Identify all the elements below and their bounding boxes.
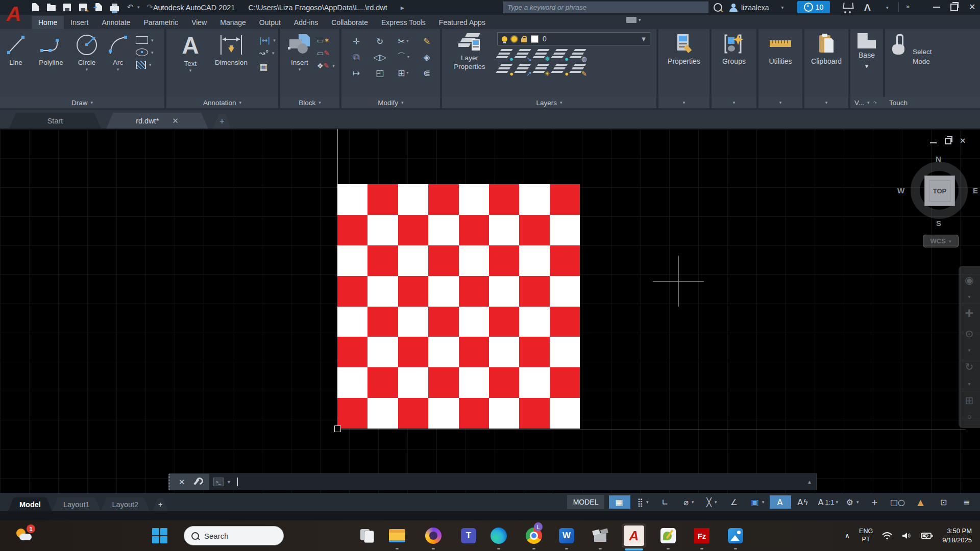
annotation-monitor-button[interactable]: + [865, 495, 886, 509]
annotation-scale-button[interactable]: A1:1▾ [816, 495, 840, 509]
ribbon-tab[interactable]: Express Tools [375, 16, 432, 29]
navbar-collapse-icon[interactable]: ⊖ [967, 414, 971, 420]
arc-dropdown[interactable]: ▾ [117, 68, 119, 71]
layer-freeze-icon[interactable]: ❄ [534, 48, 549, 60]
ribbon-display-toggle[interactable]: ▾ [626, 17, 641, 26]
model-space-button[interactable]: MODEL [567, 495, 605, 509]
offset-tool-icon[interactable]: ⋐ [415, 65, 438, 81]
autocad-app-menu-logo[interactable]: A [2, 0, 26, 28]
insert-block-button[interactable]: Insert ▾ [283, 33, 316, 71]
polar-tracking-toggle[interactable]: ⌀▾ [678, 495, 699, 509]
volume-icon[interactable] [901, 532, 912, 540]
snap-mode-toggle[interactable]: ⣿▾ [632, 495, 653, 509]
text-dropdown[interactable]: ▾ [189, 69, 192, 72]
license-days-button[interactable]: 10 [797, 1, 830, 13]
graphics-performance-button[interactable]: ▲ [911, 495, 932, 509]
notepad-plus-button[interactable] [658, 525, 678, 546]
isolate-objects-button[interactable]: □○ [888, 495, 909, 509]
block-panel-footer[interactable]: Block▾ [280, 97, 339, 108]
new-layout-button[interactable]: + [153, 498, 168, 511]
command-history-expand-icon[interactable]: ▲ [807, 479, 812, 485]
leader-button[interactable]: ↝°▾ [259, 49, 276, 57]
window-minimize-button[interactable] [933, 7, 940, 8]
viewport-close-icon[interactable]: ✕ [960, 136, 966, 145]
close-file-tab-icon[interactable]: ✕ [172, 116, 179, 126]
layer-match-icon[interactable]: ✎ [571, 63, 586, 75]
base-dropdown[interactable]: ▾ [865, 62, 868, 70]
edit-block-button[interactable]: ▭✎ [317, 49, 335, 57]
arc-button[interactable]: Arc ▾ [103, 33, 133, 71]
modify-panel-footer[interactable]: Modify▾ [341, 97, 440, 108]
table-button[interactable]: ▦ [259, 62, 276, 72]
window-close-button[interactable]: ✕ [969, 2, 975, 12]
layer-lock-icon[interactable]: ● [552, 48, 568, 60]
ribbon-tab[interactable]: Output [253, 16, 287, 29]
teams-button[interactable]: T [458, 525, 479, 546]
viewport-restore-icon[interactable] [945, 138, 951, 144]
insert-dropdown[interactable]: ▾ [299, 68, 301, 71]
scale-tool-icon[interactable]: ◰ [368, 65, 391, 81]
autocad-taskbar-button[interactable]: A [622, 523, 646, 548]
language-switcher[interactable]: ENGPT [859, 528, 873, 543]
undo-dropdown[interactable]: ▾ [137, 5, 140, 10]
explode-tool-icon[interactable]: ◈ [415, 49, 438, 65]
zoom-dropdown[interactable]: ▾ [968, 347, 970, 353]
circle-dropdown[interactable]: ▾ [86, 68, 88, 71]
file-tab-start[interactable]: Start [9, 113, 101, 129]
annotation-panel-footer[interactable]: Annotation▾ [166, 97, 278, 108]
new-file-button[interactable] [30, 2, 41, 13]
properties-button[interactable]: Properties [658, 29, 709, 65]
line-button[interactable]: Line [0, 33, 32, 66]
save-button[interactable] [61, 2, 72, 13]
clipboard-panel-footer[interactable]: ▾ [804, 97, 848, 108]
text-button[interactable]: A Text ▾ [174, 33, 207, 72]
create-block-button[interactable]: ▭✶ [317, 36, 335, 44]
ribbon-tab[interactable]: Annotate [95, 16, 137, 29]
ribbon-tab[interactable]: Featured Apps [432, 16, 492, 29]
draw-panel-footer[interactable]: Draw▾ [0, 97, 164, 108]
customization-button[interactable]: ≡ [957, 495, 978, 509]
taskbar-weather-widget[interactable]: 1 [15, 527, 36, 545]
start-button[interactable] [150, 525, 170, 546]
battery-icon[interactable] [921, 532, 933, 539]
utilities-button[interactable]: Utilities [758, 29, 802, 65]
photos-button[interactable] [725, 525, 746, 546]
new-drawing-tab-button[interactable]: + [213, 114, 231, 129]
ribbon-tab[interactable]: Insert [64, 16, 95, 29]
fillet-tool-icon[interactable]: ⌒▾ [391, 49, 415, 65]
select-mode-button[interactable]: SelectMode [885, 29, 980, 67]
save-as-button[interactable] [77, 2, 88, 13]
trim-tool-icon[interactable]: ✂▾ [391, 33, 415, 49]
taskbar-search[interactable]: Search [184, 526, 284, 545]
hatch-button[interactable]: ▾ [136, 61, 154, 69]
define-attributes-button[interactable]: ❖✎▾ [317, 62, 335, 70]
file-tab-active[interactable]: rd.dwt* ✕ [106, 113, 208, 129]
command-close-icon[interactable]: ✕ [179, 478, 185, 487]
signed-in-user[interactable]: lizaalexa [741, 4, 769, 12]
ribbon-tab[interactable]: Collaborate [325, 16, 375, 29]
recent-commands-dropdown[interactable]: ▼ [227, 480, 231, 485]
viewcube[interactable]: TOP N S W E [911, 162, 968, 219]
ribbon-tab[interactable]: Parametric [137, 16, 185, 29]
cart-icon[interactable] [842, 3, 853, 11]
base-button[interactable]: Base ▾ [850, 29, 883, 70]
isometric-drafting-toggle[interactable]: ╳▾ [701, 495, 722, 509]
ribbon-tab[interactable]: Manage [213, 16, 253, 29]
orbit-icon[interactable]: ↻ [965, 361, 974, 373]
layer-off-icon[interactable]: ● [497, 48, 512, 60]
zoom-extents-icon[interactable]: ⊙ [965, 328, 974, 340]
mirror-tool-icon[interactable]: ◁▷ [368, 49, 391, 65]
wcs-button[interactable]: WCS▾ [923, 235, 959, 247]
save-to-web-mobile-button[interactable] [93, 2, 104, 13]
object-snap-toggle[interactable]: ▣▾ [747, 495, 768, 509]
layer-make-current-icon[interactable]: ◍ [571, 48, 586, 60]
wifi-icon[interactable] [882, 532, 892, 540]
base-panel-footer[interactable]: V...▾↴ [850, 97, 887, 108]
linear-dimension-button[interactable]: |↔|▾ [259, 36, 276, 44]
file-explorer-button[interactable] [387, 525, 407, 546]
titlebar-overflow-button[interactable]: » [906, 3, 909, 10]
ellipse-button[interactable]: ▾ [136, 48, 154, 56]
open-file-button[interactable] [45, 2, 57, 13]
ribbon-tab[interactable]: View [185, 16, 213, 29]
command-line-grip[interactable]: ✕ [168, 473, 209, 490]
